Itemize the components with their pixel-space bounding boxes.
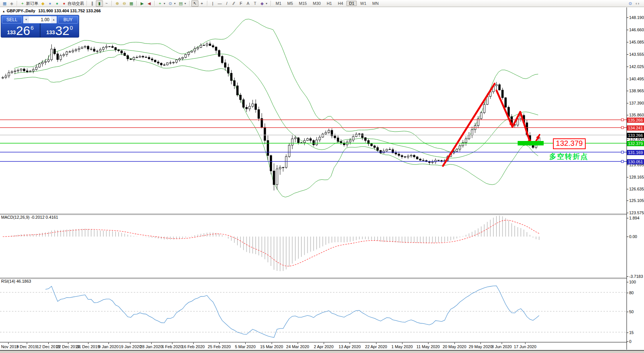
candle-body (322, 134, 324, 137)
candle-body (499, 85, 501, 90)
candle-body (20, 69, 22, 70)
hline-handle-134.241[interactable] (621, 126, 624, 129)
date-tick (298, 343, 298, 344)
rsi-tick-50: 50 (629, 309, 634, 314)
candle-body (423, 160, 424, 161)
price-label-134.241: 134.241 (627, 125, 644, 131)
candle-body (81, 47, 83, 49)
rsi-tick-100: 100 (629, 280, 636, 284)
candle-body (319, 137, 321, 140)
date-tick (48, 343, 49, 344)
candle-body (505, 98, 507, 107)
price-tick-137.390: 137.390 (629, 101, 644, 105)
trend-arrow-segment-3[interactable] (520, 112, 531, 144)
candle-body (483, 105, 485, 113)
candle-body (316, 140, 318, 145)
candle-body (127, 55, 129, 59)
hline-handle-130.051[interactable] (621, 160, 624, 163)
candle-body (130, 59, 132, 60)
candle-body (380, 150, 382, 153)
candle-body (233, 81, 235, 86)
candle-body (185, 54, 187, 57)
candle-body (465, 139, 467, 142)
date-label-2-Apr-2020: 2 Apr 2020 (314, 344, 333, 349)
rsi-tick-80: 80 (629, 291, 634, 295)
price-flag-132379[interactable]: 132.379 (553, 138, 586, 149)
trend-arrow-segment-1[interactable] (496, 90, 512, 127)
chart-window[interactable]: ▲GBPJPY-,Daily131.900 133.404 131.752 13… (0, 7, 644, 350)
hline-handle-131.169[interactable] (621, 151, 624, 153)
candle-body (495, 85, 497, 86)
candle-body (270, 155, 272, 171)
date-label-5-Mar-2020: 5 Mar 2020 (235, 344, 256, 349)
date-label-22-Apr-2020: 22 Apr 2020 (365, 344, 387, 349)
candle-body (133, 57, 135, 60)
candle-body (5, 76, 7, 77)
trend-arrow-segment-0[interactable] (443, 84, 495, 166)
candle-body (32, 70, 34, 71)
candle-body (240, 95, 242, 100)
candle-body (121, 51, 123, 53)
candle-body (370, 144, 372, 146)
candle-body (148, 57, 150, 59)
candle-body (358, 134, 360, 134)
candle-body (17, 70, 19, 71)
date-tick (8, 343, 9, 344)
hline-handle-135.266[interactable] (621, 119, 624, 121)
candle-body (456, 149, 458, 151)
macd-tick--3.7183: -3.7183 (629, 274, 643, 279)
candle-body (386, 149, 388, 151)
date-label-31-Dec-2019: 31 Dec 2019 (77, 344, 100, 349)
candle-body (218, 51, 220, 57)
candle-body (313, 141, 314, 145)
turning-point-note[interactable]: 多空转折点 (549, 152, 588, 161)
candle-body (255, 104, 257, 109)
candle-body (93, 49, 95, 51)
price-label-135.266: 135.266 (627, 118, 644, 123)
candle-body (328, 130, 330, 132)
candle-body (243, 100, 245, 107)
date-label-20-May-2020: 20 May 2020 (443, 344, 466, 349)
price-tick-123.575: 123.575 (629, 211, 644, 215)
candle-body (273, 171, 275, 185)
candle-body (362, 134, 363, 138)
date-tick (376, 343, 376, 344)
candle-body (179, 59, 181, 60)
candle-body (212, 45, 214, 47)
date-tick (480, 343, 481, 344)
macd-label: MACD(12,26,9) -0.2012 0.4161 (1, 215, 58, 219)
candle-body (310, 139, 311, 141)
candle-body (352, 137, 354, 140)
support-highlight-bar[interactable] (518, 141, 544, 145)
candle-body (166, 63, 168, 65)
macd-tick-0.00: 0.00 (629, 234, 637, 239)
bollinger-middle-band (14, 49, 538, 158)
candle-body (29, 71, 31, 72)
date-axis[interactable]: 4 Nov 20193 Dec 201912 Dec 201922 Dec 20… (0, 343, 627, 350)
candle-body (227, 67, 229, 73)
candle-body (389, 149, 391, 150)
candle-body (221, 57, 223, 63)
date-label-9-Jan-2020: 9 Jan 2020 (98, 344, 119, 349)
candle-body (438, 160, 440, 161)
date-label-6-Feb-2020: 6 Feb 2020 (162, 344, 182, 349)
candle-body (428, 162, 430, 163)
price-label-133.266: 133.266 (627, 133, 644, 138)
candle-body (11, 72, 13, 73)
trend-arrow-segment-2[interactable] (512, 112, 520, 127)
candle-body (66, 52, 68, 54)
price-tick-143.555: 143.555 (629, 52, 644, 57)
candle-body (337, 138, 339, 142)
candle-body (63, 54, 65, 55)
candle-body (416, 157, 418, 159)
candle-body (118, 50, 120, 51)
candle-body (373, 146, 375, 148)
candle-body (395, 153, 397, 154)
candle-body (87, 46, 89, 49)
price-scale[interactable]: 148.190146.660145.085143.555142.025140.4… (627, 7, 644, 350)
main-price-pane[interactable] (0, 0, 644, 353)
date-label-4-Nov-2019: 4 Nov 2019 (0, 344, 19, 349)
candle-body (246, 107, 247, 109)
price-label-131.169: 131.169 (627, 150, 644, 155)
candle-body (224, 63, 226, 67)
